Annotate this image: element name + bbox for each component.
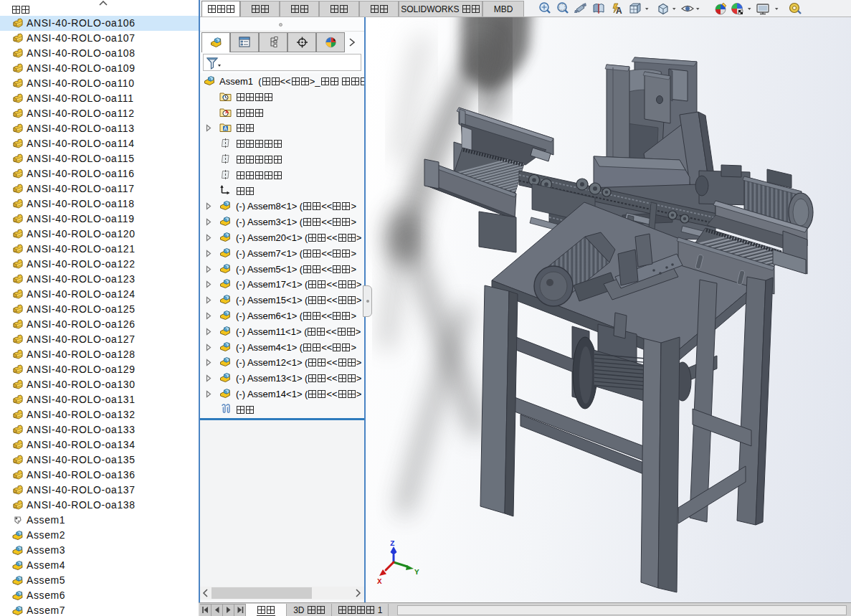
svg-text:Y: Y: [414, 568, 419, 577]
svg-text:X: X: [377, 577, 382, 586]
svg-text:A: A: [616, 6, 622, 16]
svg-text:Z: Z: [390, 539, 395, 548]
